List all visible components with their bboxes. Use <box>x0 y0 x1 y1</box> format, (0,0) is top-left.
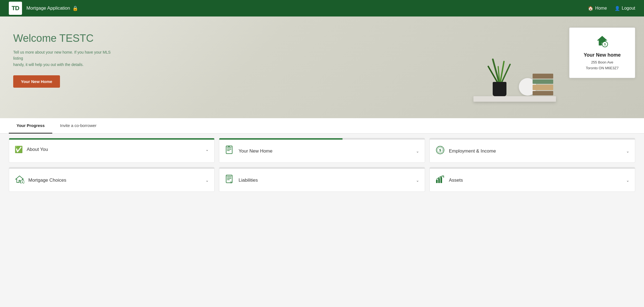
chart-icon <box>435 175 445 186</box>
home-card-title: Your New home <box>578 52 626 58</box>
svg-rect-4 <box>227 149 231 150</box>
svg-rect-7 <box>228 146 230 147</box>
tabs-bar: Your Progress Invite a co-borrower <box>0 118 644 134</box>
card-label-mortgage: Mortgage Choices <box>28 178 202 183</box>
card-label-employment: Employment & Income <box>449 148 622 154</box>
svg-rect-20 <box>438 178 440 183</box>
tab-invite-coborrower[interactable]: Invite a co-borrower <box>52 118 104 134</box>
hero-welcome: Welcome TESTC <box>13 32 112 44</box>
card-liabilities[interactable]: $ Liabilities ⌄ <box>219 167 425 192</box>
coin-icon: $ <box>435 146 445 156</box>
svg-rect-3 <box>227 148 231 148</box>
home-card-address: 255 Boon Ave Toronto ON M6E3Z7 <box>578 60 626 71</box>
svg-text:$: $ <box>21 181 23 184</box>
document2-icon: $ <box>225 175 235 186</box>
lock-icon: 🔒 <box>72 5 78 11</box>
chevron-down-icon-4: ⌄ <box>205 178 209 182</box>
hero-description: Tell us more about your new home. If you… <box>13 49 112 68</box>
card-assets[interactable]: Assets ⌄ <box>429 167 635 192</box>
td-logo: TD <box>9 2 22 15</box>
card-label-your-new-home: Your New Home <box>239 148 412 154</box>
card-inner-liabilities: $ Liabilities ⌄ <box>219 169 424 192</box>
svg-text:$: $ <box>231 181 232 184</box>
nav-home[interactable]: 🏠 Home <box>588 6 607 11</box>
svg-text:$: $ <box>439 148 441 152</box>
chevron-down-icon-3: ⌄ <box>626 149 629 153</box>
home-icon: 🏠 <box>588 6 593 11</box>
card-mortgage-choices[interactable]: $ Mortgage Choices ⌄ <box>9 167 215 192</box>
card-about-you[interactable]: ✅ About You ⌄ <box>9 138 215 163</box>
card-label-assets: Assets <box>449 178 622 183</box>
svg-text:$: $ <box>604 43 606 46</box>
tab-your-progress[interactable]: Your Progress <box>9 118 52 134</box>
card-inner-your-new-home: Your New Home ⌄ <box>219 140 424 162</box>
nav-home-label: Home <box>595 6 607 11</box>
chevron-down-icon-5: ⌄ <box>416 178 419 182</box>
hero-section: Welcome TESTC Tell us more about your ne… <box>0 16 644 118</box>
card-your-new-home[interactable]: Your New Home ⌄ <box>219 138 425 163</box>
check-circle-icon: ✅ <box>15 146 23 153</box>
svg-rect-14 <box>227 177 231 177</box>
progress-section: ✅ About You ⌄ Your Ne <box>0 134 644 201</box>
card-employment-income[interactable]: $ Employment & Income ⌄ <box>429 138 635 163</box>
card-inner-mortgage: $ Mortgage Choices ⌄ <box>9 169 214 192</box>
home-card-icon: $ <box>578 34 626 50</box>
chevron-down-icon-2: ⌄ <box>416 149 419 153</box>
card-label-about-you: About You <box>27 147 202 152</box>
hero-visual-decoration <box>473 30 556 118</box>
header-left: TD Mortgage Application 🔒 <box>9 2 78 15</box>
svg-rect-19 <box>436 180 438 183</box>
user-icon: 👤 <box>615 6 620 11</box>
svg-rect-15 <box>227 178 231 179</box>
card-inner-assets: Assets ⌄ <box>430 169 635 192</box>
home-info-card: $ Your New home 255 Boon Ave Toronto ON … <box>569 27 635 78</box>
svg-rect-21 <box>440 177 442 183</box>
document-icon <box>225 146 235 156</box>
hero-content: Welcome TESTC Tell us more about your ne… <box>13 30 112 88</box>
header-right: 🏠 Home 👤 Logout <box>588 6 635 11</box>
card-inner-about-you: ✅ About You ⌄ <box>9 140 214 159</box>
chevron-down-icon: ⌄ <box>205 147 209 152</box>
your-new-home-button[interactable]: Your New Home <box>13 75 60 88</box>
app-header: TD Mortgage Application 🔒 🏠 Home 👤 Logou… <box>0 0 644 16</box>
app-title-text: Mortgage Application <box>26 5 70 11</box>
card-inner-employment: $ Employment & Income ⌄ <box>430 140 635 162</box>
card-label-liabilities: Liabilities <box>239 178 412 183</box>
nav-logout-label: Logout <box>622 6 635 11</box>
progress-grid: ✅ About You ⌄ Your Ne <box>9 138 635 192</box>
svg-rect-5 <box>227 150 230 151</box>
svg-rect-16 <box>227 179 230 180</box>
house-dollar-icon: $ <box>15 175 24 186</box>
nav-logout[interactable]: 👤 Logout <box>615 6 635 11</box>
chevron-down-icon-6: ⌄ <box>626 178 629 182</box>
header-title: Mortgage Application 🔒 <box>26 5 78 11</box>
